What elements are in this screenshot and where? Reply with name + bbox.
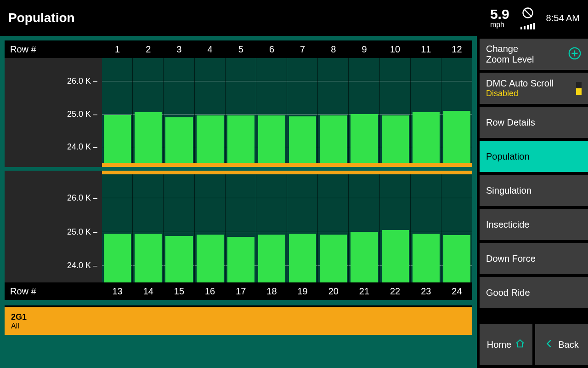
population-bar (382, 115, 409, 163)
speed-indicator: 5.9 mph (490, 7, 509, 29)
population-bar (258, 115, 285, 163)
top-bar: Population 5.9 mph 8:54 AM (0, 0, 588, 36)
bar-column[interactable] (226, 58, 256, 163)
bar-column[interactable] (318, 174, 349, 282)
speed-unit: mph (490, 21, 504, 29)
population-bar (382, 230, 409, 282)
population-bar (443, 235, 470, 282)
bar-column[interactable] (287, 174, 318, 282)
back-label: Back (558, 339, 578, 350)
population-tab[interactable]: Population (480, 141, 588, 172)
row-number: 18 (256, 286, 287, 297)
y-tick-label: 24.0 K– (67, 261, 97, 270)
chart-panel-bottom: 26.0 K–25.0 K–24.0 K– Row # 131415161718… (5, 171, 472, 300)
good-ride-label: Good Ride (486, 288, 530, 298)
row-number: 6 (256, 44, 287, 55)
bar-column[interactable] (256, 174, 287, 282)
y-tick-label: 26.0 K– (67, 193, 97, 203)
row-number: 4 (195, 44, 226, 55)
hybrid-footer[interactable]: 2G1 All (5, 305, 472, 335)
insecticide-label: Insecticide (486, 219, 530, 230)
row-number: 20 (318, 286, 349, 297)
bar-column[interactable] (411, 58, 441, 163)
bar-column[interactable] (380, 174, 411, 282)
hybrid-name: 2G1 (11, 312, 466, 322)
speed-value: 5.9 (490, 7, 509, 22)
gps-signal-indicator (520, 6, 535, 29)
row-number: 1 (102, 44, 133, 55)
target-strip (102, 163, 472, 167)
population-bar (351, 232, 378, 282)
home-label: Home (487, 339, 511, 350)
row-number: 10 (380, 44, 411, 55)
home-button[interactable]: Home (480, 324, 532, 365)
row-header-bottom: Row # 131415161718192021222324 (5, 282, 472, 300)
row-number: 15 (164, 286, 194, 297)
hybrid-scope: All (11, 322, 466, 330)
row-number: 13 (102, 286, 133, 297)
row-details-button[interactable]: Row Details (480, 107, 588, 138)
row-number: 19 (287, 286, 318, 297)
bar-column[interactable] (287, 58, 318, 163)
row-label: Row # (5, 286, 102, 297)
bar-column[interactable] (133, 174, 164, 282)
bar-column[interactable] (380, 58, 411, 163)
dmc-label: DMC Auto Scroll (486, 78, 554, 89)
down-force-tab[interactable]: Down Force (480, 243, 588, 274)
row-number: 14 (133, 286, 164, 297)
bar-column[interactable] (102, 58, 133, 163)
bar-column[interactable] (349, 174, 379, 282)
bar-column[interactable] (164, 58, 194, 163)
row-number: 8 (318, 44, 349, 55)
bar-column[interactable] (441, 58, 472, 163)
population-bar (227, 115, 254, 163)
bar-column[interactable] (318, 58, 349, 163)
y-tick-label: 26.0 K– (67, 76, 97, 86)
bar-column[interactable] (349, 58, 379, 163)
signal-bars-icon (520, 23, 535, 29)
bar-column[interactable] (256, 58, 287, 163)
singulation-tab[interactable]: Singulation (480, 175, 588, 206)
population-bar (289, 116, 316, 163)
page-title: Population (8, 11, 75, 25)
insecticide-tab[interactable]: Insecticide (480, 209, 588, 240)
dmc-autoscroll-toggle[interactable]: DMC Auto Scroll Disabled (480, 73, 588, 104)
clock: 8:54 AM (546, 13, 580, 23)
row-details-label: Row Details (486, 117, 535, 128)
population-bar (135, 112, 162, 163)
down-force-label: Down Force (486, 253, 536, 264)
bar-column[interactable] (195, 174, 226, 282)
back-button[interactable]: Back (535, 324, 588, 365)
population-bar (351, 114, 378, 163)
row-number: 17 (226, 286, 256, 297)
row-number: 2 (133, 44, 164, 55)
population-bar (197, 115, 224, 163)
row-header-top: Row # 123456789101112 (5, 40, 472, 58)
singulation-label: Singulation (486, 185, 531, 196)
row-number: 21 (349, 286, 379, 297)
satellite-icon (521, 6, 534, 21)
row-number: 24 (441, 286, 472, 297)
bar-column[interactable] (441, 174, 472, 282)
population-bar (104, 115, 131, 163)
row-number: 12 (441, 44, 472, 55)
population-bar (165, 236, 192, 282)
zoom-level-button[interactable]: Change Zoom Level (480, 39, 588, 70)
good-ride-tab[interactable]: Good Ride (480, 277, 588, 308)
main-content: Row # 123456789101112 26.0 K–25.0 K–24.0… (0, 36, 477, 368)
population-label: Population (486, 151, 530, 162)
y-tick-label: 25.0 K– (67, 227, 97, 236)
chevron-left-icon (544, 339, 554, 351)
row-number: 16 (195, 286, 226, 297)
bar-column[interactable] (102, 174, 133, 282)
bar-column[interactable] (411, 174, 441, 282)
population-bar (227, 237, 254, 282)
bar-column[interactable] (133, 58, 164, 163)
population-bar (197, 235, 224, 282)
bar-column[interactable] (195, 58, 226, 163)
row-number: 23 (411, 286, 441, 297)
zoom-line2: Zoom Level (486, 54, 534, 65)
bar-column[interactable] (226, 174, 256, 282)
population-bar (165, 117, 192, 163)
bar-column[interactable] (164, 174, 194, 282)
